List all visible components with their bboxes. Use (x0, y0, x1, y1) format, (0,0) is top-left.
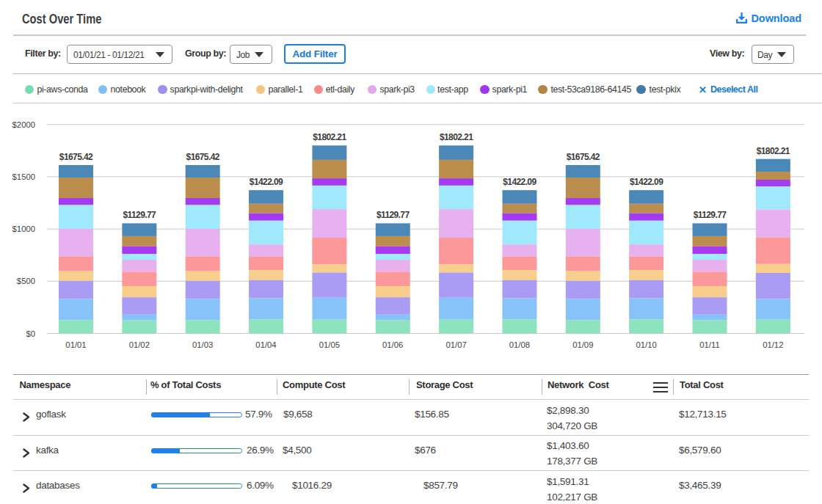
svg-text:$1675.42: $1675.42 (567, 152, 600, 162)
svg-text:01/06: 01/06 (382, 340, 403, 349)
svg-text:$1802.21: $1802.21 (313, 132, 346, 142)
svg-text:$1129.77: $1129.77 (377, 210, 410, 220)
svg-text:01/04: 01/04 (255, 340, 276, 349)
svg-text:$1129.77: $1129.77 (694, 210, 727, 220)
svg-text:01/11: 01/11 (699, 340, 719, 349)
svg-text:01/07: 01/07 (445, 340, 466, 349)
svg-text:$1422.09: $1422.09 (503, 177, 537, 187)
svg-text:01/12: 01/12 (763, 340, 783, 349)
svg-text:$500: $500 (17, 277, 35, 285)
svg-text:$1500: $1500 (12, 172, 35, 181)
svg-text:01/03: 01/03 (192, 340, 213, 349)
svg-text:$1802.21: $1802.21 (440, 132, 473, 142)
svg-text:$0: $0 (26, 329, 35, 338)
svg-text:01/02: 01/02 (129, 340, 150, 349)
svg-text:$1802.21: $1802.21 (757, 146, 790, 156)
svg-text:01/09: 01/09 (572, 340, 593, 349)
svg-text:01/10: 01/10 (636, 340, 656, 349)
svg-text:$1129.77: $1129.77 (123, 210, 157, 220)
svg-text:$1000: $1000 (12, 224, 35, 233)
svg-text:$2000: $2000 (12, 120, 35, 129)
svg-text:01/08: 01/08 (509, 340, 530, 349)
svg-text:$1422.09: $1422.09 (630, 177, 663, 187)
svg-text:01/05: 01/05 (319, 340, 340, 349)
svg-text:$1675.42: $1675.42 (59, 152, 93, 162)
svg-text:$1422.09: $1422.09 (250, 177, 283, 187)
svg-text:$1675.42: $1675.42 (186, 152, 220, 162)
svg-text:01/01: 01/01 (65, 340, 86, 349)
